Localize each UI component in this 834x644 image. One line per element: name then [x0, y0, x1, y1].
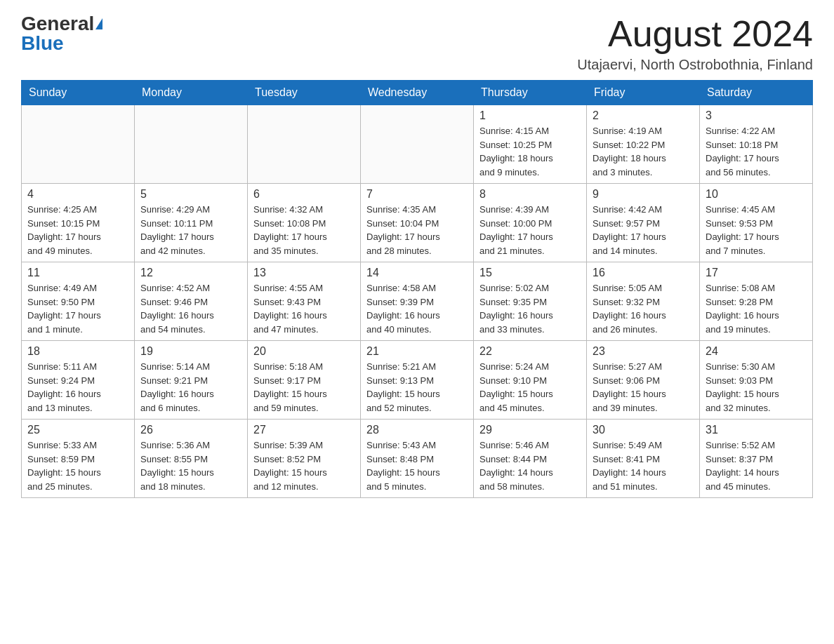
day-number: 7	[366, 188, 468, 201]
calendar-cell: 10Sunrise: 4:45 AMSunset: 9:53 PMDayligh…	[700, 184, 813, 262]
calendar-cell: 25Sunrise: 5:33 AMSunset: 8:59 PMDayligh…	[22, 420, 135, 498]
page-header: General Blue August 2024 Utajaervi, Nort…	[21, 14, 813, 73]
day-info: Sunrise: 5:49 AMSunset: 8:41 PMDaylight:…	[593, 438, 694, 493]
calendar-cell: 16Sunrise: 5:05 AMSunset: 9:32 PMDayligh…	[587, 262, 700, 341]
day-info: Sunrise: 4:35 AMSunset: 10:04 PMDaylight…	[366, 203, 468, 257]
day-number: 13	[253, 267, 355, 279]
day-number: 28	[366, 424, 468, 436]
day-number: 18	[27, 345, 128, 358]
day-info: Sunrise: 4:52 AMSunset: 9:46 PMDaylight:…	[140, 281, 241, 336]
calendar-cell: 28Sunrise: 5:43 AMSunset: 8:48 PMDayligh…	[361, 420, 474, 498]
calendar-cell: 6Sunrise: 4:32 AMSunset: 10:08 PMDayligh…	[248, 184, 361, 262]
calendar-header-row: SundayMondayTuesdayWednesdayThursdayFrid…	[22, 81, 813, 105]
day-info: Sunrise: 5:05 AMSunset: 9:32 PMDaylight:…	[593, 281, 694, 336]
calendar-week-row: 25Sunrise: 5:33 AMSunset: 8:59 PMDayligh…	[22, 420, 813, 498]
calendar-cell: 27Sunrise: 5:39 AMSunset: 8:52 PMDayligh…	[248, 420, 361, 498]
day-info: Sunrise: 4:19 AMSunset: 10:22 PMDaylight…	[593, 124, 694, 179]
calendar-cell: 12Sunrise: 4:52 AMSunset: 9:46 PMDayligh…	[135, 262, 248, 341]
calendar-cell	[22, 105, 135, 184]
calendar-cell: 11Sunrise: 4:49 AMSunset: 9:50 PMDayligh…	[22, 262, 135, 341]
day-info: Sunrise: 5:43 AMSunset: 8:48 PMDaylight:…	[366, 438, 468, 493]
day-info: Sunrise: 4:45 AMSunset: 9:53 PMDaylight:…	[706, 203, 807, 257]
day-info: Sunrise: 5:46 AMSunset: 8:44 PMDaylight:…	[479, 438, 581, 493]
title-section: August 2024 Utajaervi, North Ostrobothni…	[577, 14, 813, 73]
calendar-week-row: 1Sunrise: 4:15 AMSunset: 10:25 PMDayligh…	[22, 105, 813, 184]
day-info: Sunrise: 5:30 AMSunset: 9:03 PMDaylight:…	[706, 360, 807, 415]
day-number: 8	[479, 188, 581, 201]
weekday-header-sunday: Sunday	[22, 81, 135, 105]
day-info: Sunrise: 4:29 AMSunset: 10:11 PMDaylight…	[140, 203, 241, 257]
logo-general-text: General	[21, 14, 94, 34]
day-number: 15	[479, 267, 581, 279]
day-info: Sunrise: 4:39 AMSunset: 10:00 PMDaylight…	[479, 203, 581, 257]
calendar-cell: 4Sunrise: 4:25 AMSunset: 10:15 PMDayligh…	[22, 184, 135, 262]
day-number: 10	[706, 188, 807, 201]
day-info: Sunrise: 4:49 AMSunset: 9:50 PMDaylight:…	[27, 281, 128, 336]
calendar-cell	[135, 105, 248, 184]
calendar-cell: 23Sunrise: 5:27 AMSunset: 9:06 PMDayligh…	[587, 341, 700, 420]
weekday-header-saturday: Saturday	[700, 81, 813, 105]
day-number: 27	[253, 424, 355, 436]
day-number: 1	[479, 109, 581, 122]
calendar-cell	[248, 105, 361, 184]
month-title: August 2024	[577, 14, 813, 54]
calendar-week-row: 4Sunrise: 4:25 AMSunset: 10:15 PMDayligh…	[22, 184, 813, 262]
day-number: 25	[27, 424, 128, 436]
calendar-cell: 14Sunrise: 4:58 AMSunset: 9:39 PMDayligh…	[361, 262, 474, 341]
day-info: Sunrise: 5:36 AMSunset: 8:55 PMDaylight:…	[140, 438, 241, 493]
logo-blue-text: Blue	[21, 32, 64, 54]
day-number: 12	[140, 267, 241, 279]
day-info: Sunrise: 4:22 AMSunset: 10:18 PMDaylight…	[706, 124, 807, 179]
day-number: 24	[706, 345, 807, 358]
day-info: Sunrise: 4:55 AMSunset: 9:43 PMDaylight:…	[253, 281, 355, 336]
day-number: 3	[706, 109, 807, 122]
day-number: 16	[593, 267, 694, 279]
calendar-cell: 9Sunrise: 4:42 AMSunset: 9:57 PMDaylight…	[587, 184, 700, 262]
weekday-header-friday: Friday	[587, 81, 700, 105]
day-number: 23	[593, 345, 694, 358]
day-info: Sunrise: 4:42 AMSunset: 9:57 PMDaylight:…	[593, 203, 694, 257]
day-number: 20	[253, 345, 355, 358]
calendar-cell: 1Sunrise: 4:15 AMSunset: 10:25 PMDayligh…	[474, 105, 587, 184]
day-number: 4	[27, 188, 128, 201]
calendar-cell: 20Sunrise: 5:18 AMSunset: 9:17 PMDayligh…	[248, 341, 361, 420]
day-info: Sunrise: 5:11 AMSunset: 9:24 PMDaylight:…	[27, 360, 128, 415]
day-number: 2	[593, 109, 694, 122]
day-info: Sunrise: 5:08 AMSunset: 9:28 PMDaylight:…	[706, 281, 807, 336]
calendar-cell: 19Sunrise: 5:14 AMSunset: 9:21 PMDayligh…	[135, 341, 248, 420]
day-info: Sunrise: 5:27 AMSunset: 9:06 PMDaylight:…	[593, 360, 694, 415]
day-info: Sunrise: 5:14 AMSunset: 9:21 PMDaylight:…	[140, 360, 241, 415]
calendar-cell: 30Sunrise: 5:49 AMSunset: 8:41 PMDayligh…	[587, 420, 700, 498]
day-info: Sunrise: 4:32 AMSunset: 10:08 PMDaylight…	[253, 203, 355, 257]
day-number: 31	[706, 424, 807, 436]
location-text: Utajaervi, North Ostrobothnia, Finland	[577, 57, 813, 73]
day-number: 29	[479, 424, 581, 436]
calendar-cell: 3Sunrise: 4:22 AMSunset: 10:18 PMDayligh…	[700, 105, 813, 184]
calendar-cell	[361, 105, 474, 184]
day-info: Sunrise: 5:18 AMSunset: 9:17 PMDaylight:…	[253, 360, 355, 415]
day-info: Sunrise: 5:33 AMSunset: 8:59 PMDaylight:…	[27, 438, 128, 493]
day-number: 22	[479, 345, 581, 358]
calendar-cell: 29Sunrise: 5:46 AMSunset: 8:44 PMDayligh…	[474, 420, 587, 498]
day-number: 19	[140, 345, 241, 358]
weekday-header-tuesday: Tuesday	[248, 81, 361, 105]
calendar-cell: 7Sunrise: 4:35 AMSunset: 10:04 PMDayligh…	[361, 184, 474, 262]
calendar-cell: 13Sunrise: 4:55 AMSunset: 9:43 PMDayligh…	[248, 262, 361, 341]
day-info: Sunrise: 4:25 AMSunset: 10:15 PMDaylight…	[27, 203, 128, 257]
calendar-cell: 21Sunrise: 5:21 AMSunset: 9:13 PMDayligh…	[361, 341, 474, 420]
calendar-cell: 17Sunrise: 5:08 AMSunset: 9:28 PMDayligh…	[700, 262, 813, 341]
day-number: 26	[140, 424, 241, 436]
calendar-cell: 31Sunrise: 5:52 AMSunset: 8:37 PMDayligh…	[700, 420, 813, 498]
day-number: 17	[706, 267, 807, 279]
day-number: 5	[140, 188, 241, 201]
day-info: Sunrise: 4:58 AMSunset: 9:39 PMDaylight:…	[366, 281, 468, 336]
day-info: Sunrise: 5:24 AMSunset: 9:10 PMDaylight:…	[479, 360, 581, 415]
day-number: 9	[593, 188, 694, 201]
day-info: Sunrise: 4:15 AMSunset: 10:25 PMDaylight…	[479, 124, 581, 179]
day-number: 11	[27, 267, 128, 279]
calendar-cell: 18Sunrise: 5:11 AMSunset: 9:24 PMDayligh…	[22, 341, 135, 420]
day-number: 21	[366, 345, 468, 358]
calendar-cell: 22Sunrise: 5:24 AMSunset: 9:10 PMDayligh…	[474, 341, 587, 420]
day-number: 14	[366, 267, 468, 279]
day-number: 6	[253, 188, 355, 201]
